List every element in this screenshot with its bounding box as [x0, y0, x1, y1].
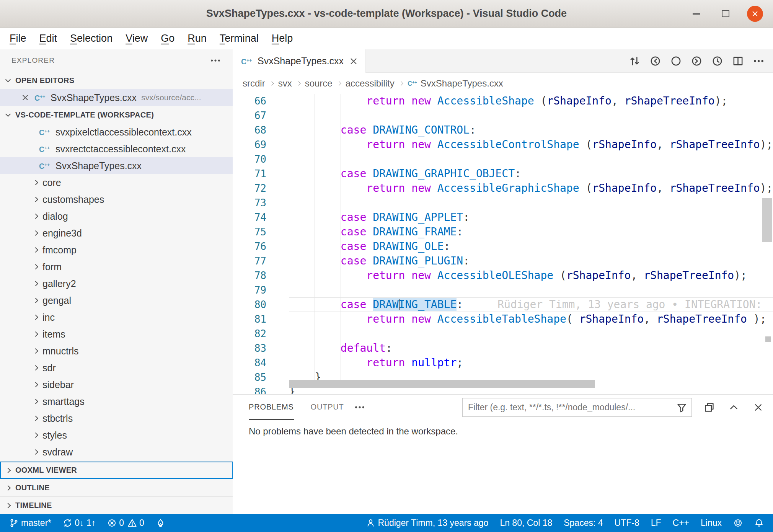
tree-item-items[interactable]: items	[0, 326, 233, 343]
encoding-status[interactable]: UTF-8	[615, 518, 639, 528]
open-editors-header[interactable]: OPEN EDITORS	[0, 72, 233, 89]
panel-maximize-button[interactable]	[726, 400, 741, 415]
tree-item-svxpixelctlaccessiblecontext-cxx[interactable]: C++svxpixelctlaccessiblecontext.cxx	[0, 124, 233, 140]
code-line-content[interactable]	[266, 283, 773, 297]
breadcrumb-item-svx[interactable]: svx	[278, 78, 292, 89]
tree-item-fmcomp[interactable]: fmcomp	[0, 242, 233, 258]
open-changes-button[interactable]	[626, 53, 643, 70]
tree-item-engine3d[interactable]: engine3d	[0, 225, 233, 242]
code-line-content[interactable]: case DRAWING_CONTROL:	[266, 123, 773, 137]
line-number[interactable]: 76	[233, 239, 266, 254]
line-number[interactable]: 72	[233, 181, 266, 196]
menu-item-view[interactable]: View	[119, 30, 154, 47]
breadcrumb-item-svxshapetypes-cxx[interactable]: C++SvxShapeTypes.cxx	[408, 78, 503, 89]
menu-item-terminal[interactable]: Terminal	[213, 30, 265, 47]
workspace-header[interactable]: VS-CODE-TEMPLATE (WORKSPACE)	[0, 106, 233, 124]
section-timeline[interactable]: TIMELINE	[0, 496, 233, 514]
line-number[interactable]: 78	[233, 268, 266, 283]
close-editor-icon[interactable]	[21, 93, 30, 102]
branch-status[interactable]: master*	[9, 518, 51, 528]
problems-filter-input[interactable]	[462, 398, 692, 417]
blame-status[interactable]: Rüdiger Timm, 13 years ago	[366, 518, 488, 528]
code-line-content[interactable]: return new AccessibleControlShape (rShap…	[266, 137, 773, 152]
line-number[interactable]: 68	[233, 123, 266, 137]
code-line-content[interactable]: case DRAWING_PLUGIN:	[266, 254, 773, 268]
explorer-more-button[interactable]	[210, 55, 221, 66]
tree-item-inc[interactable]: inc	[0, 309, 233, 326]
os-status[interactable]: Linux	[701, 518, 722, 528]
restore-button[interactable]	[718, 6, 733, 21]
line-number[interactable]: 69	[233, 137, 266, 152]
line-number[interactable]: 80	[233, 297, 266, 312]
line-number[interactable]: 86	[233, 385, 266, 394]
feedback-button[interactable]	[733, 518, 743, 528]
breadcrumb-item-srcdir[interactable]: srcdir	[243, 78, 265, 89]
current-change-button[interactable]	[667, 53, 684, 70]
tree-item-sdr[interactable]: sdr	[0, 359, 233, 376]
line-number[interactable]: 85	[233, 370, 266, 385]
tree-item-svdraw[interactable]: svdraw	[0, 444, 233, 460]
more-actions-button[interactable]	[750, 53, 767, 70]
breadcrumb-item-accessibility[interactable]: accessibility	[346, 78, 395, 89]
code-line-content[interactable]: return new AccessibleShape (rShapeInfo, …	[266, 94, 773, 108]
line-number[interactable]: 71	[233, 166, 266, 181]
code-line-content[interactable]: case DRAWING_TABLE:Rüdiger Timm, 13 year…	[266, 297, 773, 312]
line-number[interactable]: 82	[233, 326, 266, 341]
code-line-content[interactable]: case DRAWING_OLE:	[266, 239, 773, 254]
menu-item-edit[interactable]: Edit	[33, 30, 64, 47]
line-number[interactable]: 83	[233, 341, 266, 356]
code-line-content[interactable]: return new AccessibleGraphicShape (rShap…	[266, 181, 773, 196]
menu-item-go[interactable]: Go	[154, 30, 181, 47]
tree-item-customshapes[interactable]: customshapes	[0, 191, 233, 208]
code-line-content[interactable]	[266, 326, 773, 341]
vertical-scrollbar-thumb[interactable]	[762, 198, 772, 242]
menu-item-file[interactable]: File	[3, 30, 33, 47]
code-line-content[interactable]: default:	[266, 341, 773, 356]
split-editor-button[interactable]	[729, 53, 746, 70]
tree-item-svxshapetypes-cxx[interactable]: C++SvxShapeTypes.cxx	[0, 157, 233, 174]
previous-change-button[interactable]	[647, 53, 664, 70]
code-editor[interactable]: 66 return new AccessibleShape (rShapeInf…	[233, 94, 773, 394]
section-outline[interactable]: OUTLINE	[0, 479, 233, 496]
line-number[interactable]: 79	[233, 283, 266, 297]
open-editor-item[interactable]: C++ SvxShapeTypes.cxx svx/source/acc...	[0, 89, 233, 106]
menu-item-selection[interactable]: Selection	[64, 30, 119, 47]
panel-more-button[interactable]	[354, 401, 365, 413]
code-line-content[interactable]: case DRAWING_FRAME:	[266, 225, 773, 239]
panel-tab-output[interactable]: OUTPUT	[311, 395, 344, 420]
cursor-position-status[interactable]: Ln 80, Col 18	[500, 518, 552, 528]
horizontal-scrollbar-thumb[interactable]	[289, 380, 595, 388]
line-number[interactable]: 81	[233, 312, 266, 326]
line-number[interactable]: 73	[233, 196, 266, 210]
tree-item-smarttags[interactable]: smarttags	[0, 393, 233, 410]
tree-item-gallery2[interactable]: gallery2	[0, 275, 233, 292]
code-line-content[interactable]: case DRAWING_APPLET:	[266, 210, 773, 225]
line-number[interactable]: 66	[233, 94, 266, 108]
tree-item-form[interactable]: form	[0, 258, 233, 275]
line-number[interactable]: 70	[233, 152, 266, 166]
tree-item-svxrectctaccessiblecontext-cxx[interactable]: C++svxrectctaccessiblecontext.cxx	[0, 140, 233, 157]
sync-status[interactable]: 0↓ 1↑	[63, 518, 96, 528]
panel-tab-problems[interactable]: PROBLEMS	[249, 395, 294, 420]
code-line-content[interactable]	[266, 152, 773, 166]
code-line-content[interactable]: return nullptr;	[266, 356, 773, 370]
tree-item-dialog[interactable]: dialog	[0, 208, 233, 225]
next-change-button[interactable]	[688, 53, 705, 70]
problems-status[interactable]: 00	[107, 518, 144, 528]
code-line-content[interactable]: return new AccessibleOLEShape (rShapeInf…	[266, 268, 773, 283]
code-line-content[interactable]	[266, 196, 773, 210]
code-line-content[interactable]	[266, 108, 773, 123]
menu-item-run[interactable]: Run	[181, 30, 213, 47]
panel-close-button[interactable]	[751, 400, 765, 415]
line-number[interactable]: 75	[233, 225, 266, 239]
tab-close-button[interactable]	[349, 56, 359, 66]
code-line-content[interactable]: case DRAWING_GRAPHIC_OBJECT:	[266, 166, 773, 181]
eol-status[interactable]: LF	[651, 518, 661, 528]
tree-item-gengal[interactable]: gengal	[0, 292, 233, 309]
minimize-button[interactable]	[689, 6, 704, 21]
section-ooxml-viewer[interactable]: OOXML VIEWER	[0, 461, 233, 479]
code-line-content[interactable]: return new AccessibleTableShape( rShapeI…	[266, 312, 773, 326]
tree-item-sidebar[interactable]: sidebar	[0, 376, 233, 393]
editor-tab[interactable]: C++ SvxShapeTypes.cxx	[233, 49, 366, 73]
open-timeline-button[interactable]	[709, 53, 726, 70]
